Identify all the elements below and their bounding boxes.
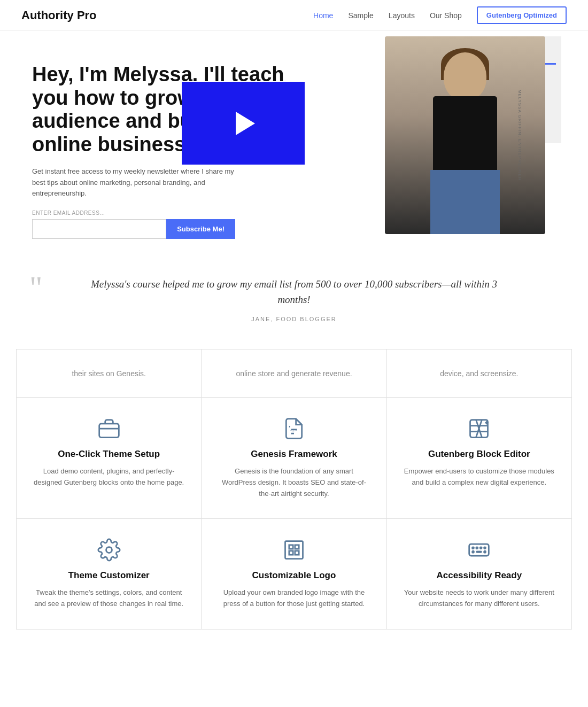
features-grid: their sites on Genesis. online store and… bbox=[16, 349, 572, 630]
feature-title-6: Accessibility Ready bbox=[403, 570, 555, 581]
feature-accessibility: Accessibility Ready Your website needs t… bbox=[387, 519, 572, 630]
person-head bbox=[444, 52, 486, 100]
svg-rect-9 bbox=[285, 541, 303, 559]
nav-link-sample[interactable]: Sample bbox=[348, 11, 373, 20]
hero-subtitle: Get instant free access to my weekly new… bbox=[32, 166, 235, 199]
svg-text:</>: </> bbox=[290, 428, 297, 433]
feature-title-4: Theme Customizer bbox=[33, 570, 185, 581]
email-label: ENTER EMAIL ADDRESS... bbox=[32, 210, 363, 216]
hero-form: Subscribe Me! bbox=[32, 219, 235, 239]
code-icon: </> bbox=[282, 417, 306, 440]
gutenberg-optimized-button[interactable]: Gutenberg Optimized bbox=[477, 6, 567, 24]
feature-title-5: Customizable Logo bbox=[218, 570, 370, 581]
feature-desc-2: Genesis is the foundation of any smart W… bbox=[218, 466, 370, 499]
svg-point-26 bbox=[473, 551, 474, 553]
feature-partial-1: their sites on Genesis. bbox=[17, 349, 202, 398]
person-jeans bbox=[430, 170, 500, 234]
svg-point-24 bbox=[481, 547, 482, 549]
feature-customizer: Theme Customizer Tweak the theme's setti… bbox=[17, 519, 202, 630]
edit-icon bbox=[467, 417, 491, 440]
feature-desc-3: Empower end-users to customize those mod… bbox=[403, 466, 555, 488]
svg-rect-11 bbox=[295, 545, 299, 549]
quote-mark-icon: " bbox=[29, 271, 43, 304]
feature-logo: Customizable Logo Upload your own brande… bbox=[202, 519, 386, 630]
nav-link-layouts[interactable]: Layouts bbox=[389, 11, 415, 20]
nav-link-shop[interactable]: Our Shop bbox=[430, 11, 462, 20]
partial-text-1: their sites on Genesis. bbox=[72, 369, 146, 378]
svg-point-27 bbox=[484, 551, 486, 553]
feature-title-1: One-Click Theme Setup bbox=[33, 449, 185, 460]
feature-desc-6: Your website needs to work under many di… bbox=[403, 587, 555, 610]
feature-desc-5: Upload your own branded logo image with … bbox=[218, 587, 370, 610]
svg-rect-10 bbox=[289, 545, 293, 549]
keyboard-icon bbox=[467, 538, 491, 562]
subscribe-button[interactable]: Subscribe Me! bbox=[166, 219, 235, 239]
partial-text-2: online store and generate revenue. bbox=[236, 369, 352, 378]
svg-rect-14 bbox=[469, 544, 489, 556]
image-caption: MELYSSA GRIFFIN, ENTREPREUNER bbox=[517, 90, 522, 181]
feature-gutenberg: Gutenberg Block Editor Empower end-users… bbox=[387, 398, 572, 519]
feature-desc-1: Load demo content, plugins, and perfectl… bbox=[33, 466, 185, 488]
nav-links: Home Sample Layouts Our Shop Gutenberg O… bbox=[313, 6, 567, 24]
partial-text-3: device, and screensize. bbox=[440, 369, 518, 378]
gear-icon bbox=[97, 538, 121, 562]
quote-author: JANE, FOOD BLOGGER bbox=[251, 316, 336, 322]
svg-rect-28 bbox=[476, 551, 482, 553]
feature-partial-3: device, and screensize. bbox=[387, 349, 572, 398]
quote-section: " Melyssa's course helped me to grow my … bbox=[0, 255, 588, 333]
feature-partial-2: online store and generate revenue. bbox=[202, 349, 386, 398]
feature-one-click: One-Click Theme Setup Load demo content,… bbox=[17, 398, 202, 519]
briefcase-icon bbox=[97, 417, 121, 440]
svg-point-22 bbox=[473, 547, 474, 549]
svg-rect-0 bbox=[99, 424, 119, 438]
video-play-button[interactable] bbox=[182, 82, 305, 165]
hero-section: Hey, I'm Melyssa. I'll teach you how to … bbox=[0, 31, 588, 255]
play-icon bbox=[236, 112, 255, 135]
feature-title-2: Genesis Framework bbox=[218, 449, 370, 460]
email-input[interactable] bbox=[32, 219, 166, 239]
svg-point-23 bbox=[476, 547, 478, 549]
nav-logo: Authority Pro bbox=[21, 9, 97, 22]
logo-icon bbox=[282, 538, 306, 562]
feature-desc-4: Tweak the theme's settings, colors, and … bbox=[33, 587, 185, 610]
svg-point-25 bbox=[484, 547, 486, 549]
hero-image-area: MELYSSA GRIFFIN, ENTREPREUNER bbox=[374, 36, 556, 234]
svg-rect-12 bbox=[289, 551, 293, 555]
nav-link-home[interactable]: Home bbox=[313, 11, 333, 20]
quote-text: Melyssa's course helped me to grow my em… bbox=[75, 277, 513, 307]
svg-point-8 bbox=[106, 547, 112, 553]
person-body bbox=[433, 96, 497, 182]
svg-rect-13 bbox=[295, 551, 299, 555]
navigation: Authority Pro Home Sample Layouts Our Sh… bbox=[0, 0, 588, 31]
feature-title-3: Gutenberg Block Editor bbox=[403, 449, 555, 460]
feature-genesis: </> Genesis Framework Genesis is the fou… bbox=[202, 398, 386, 519]
